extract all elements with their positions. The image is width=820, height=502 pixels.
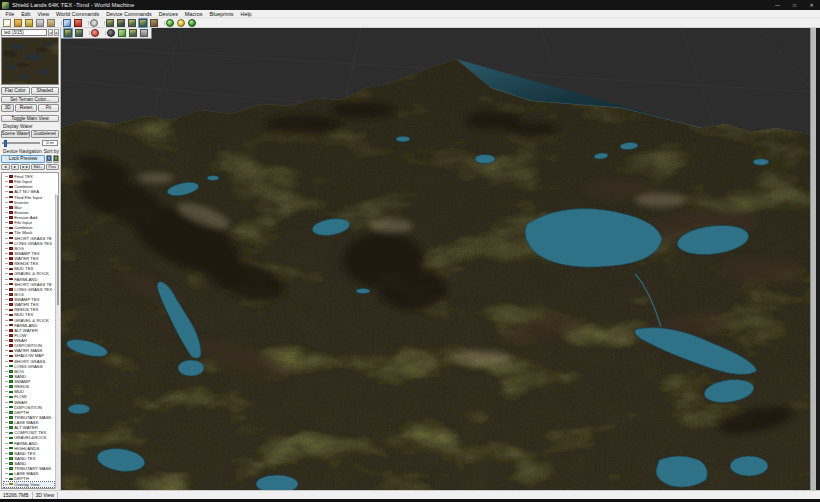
water-level-slider[interactable] — [2, 142, 40, 144]
device-workview-button[interactable] — [105, 18, 115, 28]
tree-connector — [5, 381, 8, 382]
device-status-chip — [9, 314, 12, 317]
device-status-chip — [9, 221, 12, 224]
tree-connector — [5, 484, 8, 485]
tree-connector — [5, 232, 8, 233]
device-status-chip — [9, 298, 12, 301]
maximize-button[interactable]: □ — [786, 0, 803, 10]
preview-3d-button[interactable] — [138, 18, 148, 28]
parameter-view-button[interactable] — [116, 18, 126, 28]
sep-button — [84, 18, 88, 27]
status-view-mode: 3D View — [33, 492, 59, 499]
nav-next-button[interactable]: ► — [11, 164, 20, 171]
menu-item[interactable]: Help — [237, 10, 255, 18]
terrain-preview-thumbnail[interactable] — [1, 37, 59, 85]
device-list-item[interactable]: Combiner — [4, 487, 54, 489]
sep-button — [101, 29, 105, 38]
menu-item[interactable]: Device Commands — [103, 10, 156, 18]
build-button[interactable] — [165, 18, 175, 28]
device-status-chip — [9, 329, 12, 332]
preview-prev-button[interactable]: ◄ — [48, 29, 53, 36]
edit-terrain-button[interactable] — [117, 28, 127, 38]
sort-flat-button[interactable] — [53, 155, 59, 163]
reset-button[interactable]: Reset — [15, 104, 36, 112]
view-3d-button[interactable]: 3D — [1, 104, 14, 112]
minimize-button[interactable]: — — [769, 0, 786, 10]
nav-prev-button[interactable]: ◄ — [1, 164, 10, 171]
water-level-slider-thumb[interactable] — [4, 140, 7, 146]
viewport-3d[interactable] — [61, 28, 810, 490]
menu-item[interactable]: File — [2, 10, 18, 18]
texture-view-button[interactable] — [149, 18, 159, 28]
project-settings-button[interactable] — [89, 18, 99, 28]
layout-view-button[interactable] — [62, 18, 72, 28]
menu-item[interactable]: World Commands — [53, 10, 103, 18]
device-status-chip — [9, 355, 12, 358]
fit-button[interactable]: Fit — [38, 104, 59, 112]
export-terrain-button[interactable] — [35, 18, 45, 28]
tree-connector — [5, 268, 8, 269]
menu-item[interactable]: Edit — [18, 10, 34, 18]
build-tiled-button[interactable] — [176, 18, 186, 28]
preview-2d-button[interactable] — [127, 18, 137, 28]
scene-view-button[interactable] — [128, 28, 138, 38]
tree-connector — [5, 478, 8, 479]
tree-connector — [5, 197, 8, 198]
tree-connector — [5, 212, 8, 213]
device-status-chip — [9, 473, 12, 476]
tree-connector — [5, 304, 8, 305]
menu-item[interactable]: View — [34, 10, 53, 18]
sort-network-button[interactable] — [46, 155, 52, 163]
device-list-scrollbar[interactable] — [55, 194, 59, 489]
close-button[interactable]: ✕ — [803, 0, 820, 10]
device-status-chip — [9, 391, 12, 394]
prev-device-button[interactable]: Prev — [46, 164, 59, 171]
menu-item[interactable]: Blueprints — [206, 10, 237, 18]
edit-device-button[interactable]: Edit.. — [31, 164, 44, 171]
clear-device-button[interactable] — [73, 18, 83, 28]
new-world-button[interactable] — [2, 18, 12, 28]
textured-view-button[interactable] — [74, 28, 84, 38]
set-terrain-color-button[interactable]: Set Terrain Color... — [1, 96, 59, 104]
heightfield-view-button[interactable] — [63, 28, 73, 38]
tree-connector — [5, 284, 8, 285]
device-status-chip — [9, 334, 12, 337]
viewport-toolbar — [61, 28, 152, 39]
nav-last-button[interactable]: ►► — [20, 164, 30, 171]
menu-item[interactable]: Macros — [181, 10, 206, 18]
terrain-render[interactable] — [61, 28, 810, 490]
menu-item[interactable]: Devices — [155, 10, 181, 18]
preview-next-button[interactable]: ► — [54, 29, 59, 36]
main-toolbar — [0, 18, 820, 28]
open-world-button[interactable] — [13, 18, 23, 28]
status-memory: 15266.7MB — [0, 492, 33, 499]
tree-connector — [5, 330, 8, 331]
window-title: Shield Lands 64K TEX -Timd - World Machi… — [12, 0, 134, 10]
device-status-chip — [9, 488, 12, 489]
toggle-main-view-button[interactable]: Toggle Main View — [1, 115, 59, 123]
tree-connector — [5, 309, 8, 310]
build-final-button[interactable] — [187, 18, 197, 28]
tree-connector — [5, 443, 8, 444]
save-world-button[interactable] — [24, 18, 34, 28]
shaded-button[interactable]: Shaded — [31, 87, 60, 95]
tree-connector — [5, 437, 8, 438]
lock-preview-button[interactable]: Lock Preview — [1, 155, 45, 163]
display-water-label: Display Water — [1, 123, 59, 130]
scene-water-button[interactable]: Scene Water — [1, 130, 30, 138]
device-list-scroll-thumb[interactable] — [57, 195, 59, 305]
tree-connector — [5, 412, 8, 413]
device-status-chip — [9, 344, 12, 347]
select-tool-button[interactable] — [90, 28, 100, 38]
import-terrain-button[interactable] — [46, 18, 56, 28]
mesh-view-button[interactable] — [139, 28, 149, 38]
preview-target-select[interactable]: ted (3/15) — [1, 29, 47, 36]
guidelevel-button[interactable]: Guidelevel — [31, 130, 60, 138]
sphere-preview-button[interactable] — [106, 28, 116, 38]
tree-connector — [5, 366, 8, 367]
flat-color-button[interactable]: Flat Color — [1, 87, 30, 95]
tree-connector — [5, 273, 8, 274]
tree-connector — [5, 355, 8, 356]
tree-connector — [5, 181, 8, 182]
tree-connector — [5, 402, 8, 403]
